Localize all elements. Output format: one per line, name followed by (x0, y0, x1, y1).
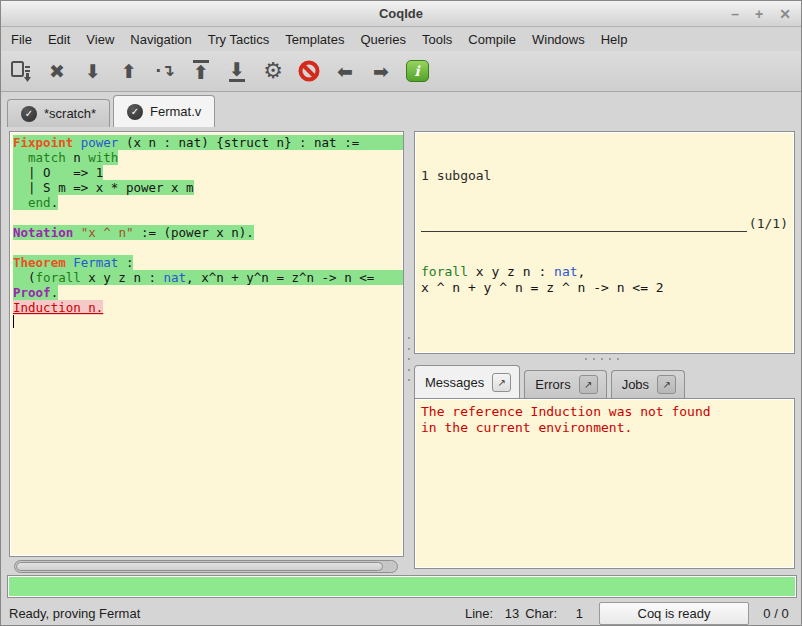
code-line: Fixpoint power (x n : nat) {struct n} : … (13, 135, 403, 150)
code-editor[interactable]: Fixpoint power (x n : nat) {struct n} : … (9, 131, 404, 557)
goal-line: forall x y z n : nat, (421, 264, 788, 280)
detach-button[interactable]: ↗ (492, 373, 511, 392)
code-line: end. (13, 195, 403, 210)
goal-header: 1 subgoal (421, 168, 788, 184)
tab-check-icon: ✓ (21, 106, 37, 122)
menu-item-help[interactable]: Help (593, 30, 636, 49)
menu-item-queries[interactable]: Queries (352, 30, 414, 49)
detach-button[interactable]: ↗ (657, 375, 676, 394)
menu-item-templates[interactable]: Templates (277, 30, 352, 49)
step-backward-icon[interactable]: ⬆ (115, 57, 143, 85)
code-line: Theorem Fermat : (13, 255, 403, 270)
window-titlebar[interactable]: CoqIde – + ✕ (1, 1, 801, 27)
menu-item-navigation[interactable]: Navigation (122, 30, 199, 49)
go-to-end-icon[interactable]: ⬇ (223, 57, 251, 85)
save-buffer-icon[interactable] (7, 57, 35, 85)
tab-label: *scratch* (44, 106, 96, 121)
char-value: 1 (557, 606, 583, 621)
code-line: Notation "x ^ n" := (power x n). (13, 225, 403, 240)
status-bar: Ready, proving Fermat Line: 13 Char: 1 C… (1, 601, 801, 626)
menu-item-edit[interactable]: Edit (40, 30, 78, 49)
menu-bar: FileEditViewNavigationTry TacticsTemplat… (1, 28, 801, 51)
detach-icon: ↗ (662, 379, 670, 390)
forward-icon[interactable]: ➡ (367, 57, 395, 85)
goal-line: x ^ n + y ^ n = z ^ n -> n <= 2 (421, 280, 788, 296)
window-controls: – + ✕ (731, 1, 791, 27)
window-title: CoqIde (379, 6, 423, 21)
code-line: | S m => x * power x m (13, 180, 403, 195)
message-line: in the current environment. (421, 420, 788, 436)
status-message: Ready, proving Fermat (9, 606, 465, 621)
detach-icon: ↗ (498, 377, 506, 388)
tab-check-icon: ✓ (127, 104, 143, 120)
detach-icon: ↗ (584, 379, 592, 390)
gear-icon[interactable]: ⚙ (259, 57, 287, 85)
progress-bar (7, 575, 797, 598)
messages-tab-bar: Messages↗Errors↗Jobs↗ (414, 365, 795, 398)
about-icon[interactable]: i (403, 57, 431, 85)
scrollbar-thumb[interactable] (16, 562, 383, 571)
step-forward-icon[interactable]: ⬇ (79, 57, 107, 85)
toolbar: ✖⬇⬆·↴⬆⬇⚙⬅➡i (1, 51, 801, 92)
editor-tab-bar: ✓*scratch*✓Fermat.v (1, 93, 801, 127)
detach-button[interactable]: ↗ (579, 375, 598, 394)
interrupt-icon[interactable] (295, 57, 323, 85)
vertical-splitter-grip[interactable] (406, 337, 412, 381)
line-label: Line: (465, 606, 493, 621)
char-label: Char: (525, 606, 557, 621)
goals-panel[interactable]: 1 subgoal (1/1) forall x y z n : nat,x ^… (414, 131, 795, 354)
minimize-button[interactable]: – (731, 1, 739, 27)
goal-counter: (1/1) (749, 216, 788, 232)
code-line: Proof. (13, 285, 403, 300)
text-caret (13, 315, 14, 328)
line-value: 13 (493, 606, 519, 621)
code-line: Induction n. (13, 300, 403, 315)
code-line (13, 315, 403, 330)
coq-status-indicator: Coq is ready (599, 602, 749, 625)
tab-jobs[interactable]: Jobs↗ (611, 370, 685, 398)
message-line: The reference Induction was not found (421, 404, 788, 420)
tab-messages[interactable]: Messages↗ (414, 365, 520, 398)
maximize-button[interactable]: + (755, 1, 763, 27)
menu-item-compile[interactable]: Compile (460, 30, 524, 49)
tab-label: Fermat.v (150, 104, 201, 119)
tab-scratch[interactable]: ✓*scratch* (7, 99, 110, 127)
menu-item-view[interactable]: View (78, 30, 122, 49)
goto-cursor-icon[interactable]: ·↴ (151, 57, 179, 85)
menu-item-tools[interactable]: Tools (414, 30, 460, 49)
goal-separator: (1/1) (421, 216, 788, 232)
close-icon[interactable]: ✖ (43, 57, 71, 85)
messages-panel[interactable]: The reference Induction was not foundin … (414, 398, 795, 569)
code-line: match n with (13, 150, 403, 165)
coq-status-text: Coq is ready (638, 606, 711, 621)
code-line (13, 210, 403, 225)
menu-item-windows[interactable]: Windows (524, 30, 593, 49)
tab-label: Errors (535, 377, 570, 392)
tab-label: Messages (425, 375, 484, 390)
tab-label: Jobs (622, 377, 649, 392)
worker-counter: 0 / 0 (759, 606, 793, 621)
code-line (13, 240, 403, 255)
horizontal-scrollbar[interactable] (14, 560, 398, 573)
cursor-position: Line: 13 Char: 1 (465, 606, 589, 621)
horizontal-splitter-grip[interactable] (585, 356, 619, 362)
goal-lines: forall x y z n : nat,x ^ n + y ^ n = z ^… (421, 264, 788, 296)
goal-separator-rule (421, 220, 747, 232)
tab-errors[interactable]: Errors↗ (524, 370, 606, 398)
close-button[interactable]: ✕ (779, 1, 791, 27)
menu-item-file[interactable]: File (3, 30, 40, 49)
back-icon[interactable]: ⬅ (331, 57, 359, 85)
tab-fermat-v[interactable]: ✓Fermat.v (113, 95, 215, 127)
code-line: | O => 1 (13, 165, 403, 180)
menu-item-try-tactics[interactable]: Try Tactics (200, 30, 277, 49)
code-line: (forall x y z n : nat, x^n + y^n = z^n -… (13, 270, 403, 285)
restart-icon[interactable]: ⬆ (187, 57, 215, 85)
